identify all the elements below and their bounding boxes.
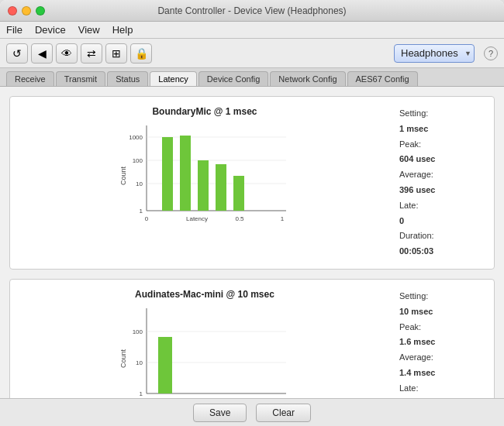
menu-bar: File Device View Help	[0, 22, 504, 39]
chart1-svg: 1000 100 10 1 Count 0	[19, 122, 390, 230]
chart1-late-label: Late:	[399, 198, 485, 214]
svg-text:Latency: Latency	[186, 215, 208, 222]
chart1-duration-label: Duration:	[399, 228, 485, 244]
title-bar: Dante Controller - Device View (Headphon…	[0, 0, 504, 22]
svg-rect-13	[216, 164, 226, 211]
menu-device[interactable]: Device	[35, 24, 66, 36]
route-button[interactable]: ⇄	[81, 43, 102, 64]
svg-text:1000: 1000	[129, 134, 143, 141]
chart1-title: BoundaryMic @ 1 msec	[19, 106, 390, 117]
chart-area-2: Audinates-Mac-mini @ 10 msec 100 10 1	[19, 289, 390, 398]
svg-text:100: 100	[133, 328, 143, 335]
chart2-setting-value: 10 msec	[399, 304, 485, 320]
tab-latency[interactable]: Latency	[150, 71, 197, 86]
traffic-lights	[8, 6, 45, 15]
lock-button[interactable]: 🔒	[130, 43, 152, 64]
chart1-duration-value: 00:05:03	[399, 244, 485, 259]
tab-network-config[interactable]: Network Config	[270, 71, 345, 86]
svg-text:1: 1	[281, 215, 285, 222]
chart2-wrapper: 100 10 1 Count 0 Latency 5 10	[19, 304, 390, 398]
chart2-stats: Setting: 10 msec Peak: 1.6 msec Average:…	[399, 289, 485, 398]
chart1-peak-label: Peak:	[399, 137, 485, 153]
back-button[interactable]: ◀	[31, 43, 53, 64]
chart2-title: Audinates-Mac-mini @ 10 msec	[19, 289, 390, 300]
chart1-late-value: 0	[399, 214, 485, 229]
chart1-setting-label: Setting:	[399, 106, 485, 122]
svg-text:Count: Count	[119, 349, 127, 368]
main-content: BoundaryMic @ 1 msec 1000 100	[0, 87, 504, 398]
svg-text:0.5: 0.5	[235, 215, 244, 222]
svg-rect-12	[198, 160, 209, 211]
help-button[interactable]: ?	[484, 46, 498, 60]
chart2-late-label: Late:	[399, 381, 485, 397]
tab-status[interactable]: Status	[107, 71, 148, 86]
main-window: Dante Controller - Device View (Headphon…	[0, 0, 504, 426]
tab-transmit[interactable]: Transmit	[56, 71, 105, 86]
chart2-average-label: Average:	[399, 350, 485, 366]
tab-aes67-config[interactable]: AES67 Config	[347, 71, 418, 86]
svg-text:1: 1	[140, 390, 143, 397]
save-button[interactable]: Save	[193, 404, 247, 422]
chart2-setting-label: Setting:	[399, 289, 485, 304]
chart1-average-value: 396 usec	[399, 183, 485, 198]
chart-panel-1: BoundaryMic @ 1 msec 1000 100	[9, 96, 495, 270]
close-button[interactable]	[8, 6, 17, 15]
chart1-peak-value: 604 usec	[399, 152, 485, 167]
chart2-peak-label: Peak:	[399, 320, 485, 335]
eye-button[interactable]: 👁	[56, 43, 78, 64]
svg-rect-11	[180, 136, 191, 211]
footer: Save Clear	[0, 398, 504, 426]
device-selector: Headphones ?	[394, 44, 498, 63]
toolbar: ↺ ◀ 👁 ⇄ ⊞ 🔒 Headphones ?	[0, 39, 504, 68]
menu-help[interactable]: Help	[112, 24, 133, 36]
minimize-button[interactable]	[22, 6, 31, 15]
svg-text:10: 10	[136, 180, 143, 187]
refresh-button[interactable]: ↺	[6, 43, 28, 64]
chart2-peak-value: 1.6 msec	[399, 335, 485, 350]
chart-panel-2: Audinates-Mac-mini @ 10 msec 100 10 1	[9, 279, 495, 398]
maximize-button[interactable]	[36, 6, 45, 15]
chart1-setting-value: 1 msec	[399, 122, 485, 137]
svg-rect-27	[158, 337, 172, 393]
chart2-svg: 100 10 1 Count 0 Latency 5 10	[19, 304, 390, 398]
svg-text:100: 100	[133, 157, 143, 164]
device-select[interactable]: Headphones	[394, 44, 475, 63]
window-title: Dante Controller - Device View (Headphon…	[157, 5, 346, 16]
clear-button[interactable]: Clear	[256, 404, 311, 422]
tab-device-config[interactable]: Device Config	[198, 71, 268, 86]
tab-bar: Receive Transmit Status Latency Device C…	[0, 68, 504, 87]
svg-text:Count: Count	[119, 167, 127, 186]
chart2-average-value: 1.4 msec	[399, 366, 485, 381]
tab-receive[interactable]: Receive	[6, 71, 54, 86]
chart1-stats: Setting: 1 msec Peak: 604 usec Average: …	[399, 106, 485, 259]
menu-file[interactable]: File	[6, 24, 22, 36]
chart1-average-label: Average:	[399, 167, 485, 183]
svg-text:1: 1	[140, 208, 143, 215]
svg-rect-14	[233, 176, 244, 211]
svg-rect-10	[162, 137, 173, 211]
svg-text:10: 10	[136, 359, 143, 366]
svg-text:0: 0	[145, 215, 149, 222]
add-button[interactable]: ⊞	[105, 43, 127, 64]
device-select-wrap: Headphones	[394, 44, 475, 63]
menu-view[interactable]: View	[78, 24, 100, 36]
chart1-wrapper: 1000 100 10 1 Count 0	[19, 122, 390, 230]
chart-area-1: BoundaryMic @ 1 msec 1000 100	[19, 106, 390, 259]
